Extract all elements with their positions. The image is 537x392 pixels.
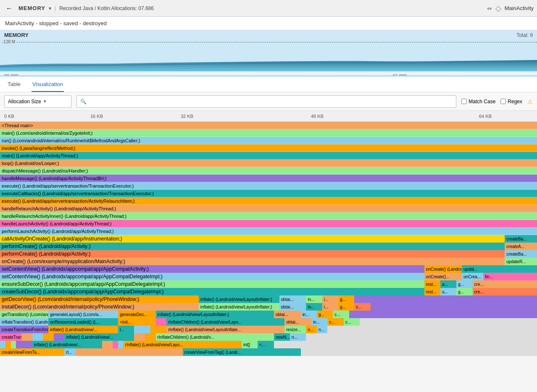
flame-row[interactable]: cre... — [473, 280, 537, 288]
flame-row[interactable] — [134, 326, 150, 333]
allocation-size-dropdown[interactable]: Allocation Size ▼ — [4, 95, 71, 108]
flame-row[interactable]: setContentView() (Landroidx/appcompat/ap… — [0, 265, 424, 273]
flame-row[interactable]: in... — [306, 303, 322, 311]
flame-row[interactable]: getTransition() (Lcom/andr... — [0, 311, 48, 318]
flame-row[interactable]: l... — [118, 326, 134, 333]
regex-checkbox[interactable] — [500, 99, 506, 104]
flame-row[interactable]: g... — [338, 303, 354, 311]
flame-row[interactable] — [354, 295, 537, 303]
flame-row[interactable] — [118, 341, 124, 348]
flame-row[interactable]: handleMessage() (Landroid/app/ActivityTh… — [0, 175, 537, 182]
flame-row[interactable]: inflate() (Landroid/view/LayoutInflater;… — [156, 311, 274, 318]
flame-row[interactable]: in... — [301, 311, 317, 318]
flame-row[interactable]: obtai... — [284, 318, 311, 326]
flame-row[interactable] — [156, 318, 167, 326]
back-button[interactable]: ← — [3, 3, 15, 14]
flame-row[interactable]: generateDec... — [118, 311, 155, 318]
flame-row[interactable]: installDecor() (Lcom/android/internal/po… — [0, 303, 199, 311]
flame-row[interactable]: ensureSubDecor() (Landroidx/appcompat/ap… — [0, 280, 424, 288]
flame-row[interactable]: invoke() (Ljava/lang/reflect/Method;) — [0, 144, 537, 152]
flame-row[interactable]: newN... — [274, 333, 290, 341]
flame-row[interactable]: in... — [311, 318, 327, 326]
pin-icon[interactable]: ◇ — [495, 4, 501, 13]
flame-row[interactable] — [145, 333, 156, 341]
flame-row[interactable]: rest... — [424, 288, 440, 295]
flame-row[interactable]: <... — [258, 341, 274, 348]
match-case-label[interactable]: Match Case — [461, 99, 495, 105]
flame-row[interactable] — [150, 326, 166, 333]
flame-row[interactable]: c... — [354, 303, 370, 311]
flame-row[interactable]: setContentView() (Landroidx/appcompat/ap… — [0, 273, 424, 280]
flame-row[interactable] — [301, 348, 537, 356]
flame-row[interactable]: g... — [456, 280, 472, 288]
flame-row[interactable]: i... — [322, 295, 338, 303]
flame-row[interactable]: rInflate() (Landroid/view/Layo... — [124, 341, 242, 348]
flame-row[interactable]: inflate() (Landroid/view/... — [48, 326, 118, 333]
flame-row[interactable] — [43, 333, 54, 341]
flame-row[interactable]: int[] — [242, 341, 258, 348]
flame-row[interactable]: rest... — [424, 280, 440, 288]
flame-row[interactable]: performCreate() (Landroid/app/Activity;) — [0, 243, 505, 250]
flame-row[interactable]: g... — [338, 295, 354, 303]
flame-row[interactable]: rl... — [64, 348, 75, 356]
flame-row[interactable]: g... — [456, 288, 472, 295]
flame-row[interactable]: run() (Lcom/android/internal/os/RuntimeI… — [0, 137, 537, 144]
flame-row[interactable]: updateR... — [505, 258, 537, 265]
flame-row[interactable]: handleRelaunchActivity() (Landroid/app/A… — [0, 205, 537, 212]
flame-row[interactable]: createViewFromTag() (Landr... — [183, 348, 301, 356]
fit-icon[interactable]: ⇔ — [487, 5, 492, 12]
flame-row[interactable]: in... — [306, 295, 322, 303]
flame-row[interactable]: performLaunchActivity() (Landroid/app/Ac… — [0, 227, 537, 235]
flame-row[interactable]: createViewFromTa... — [0, 348, 64, 356]
flame-row[interactable]: <init... — [118, 318, 155, 326]
flame-row[interactable] — [75, 348, 183, 356]
flame-row[interactable]: handleRelaunchActivityInner() (Landroid/… — [0, 212, 537, 220]
flame-row[interactable]: inflateTransition() (Landroix... — [0, 318, 48, 326]
flame-row[interactable]: c... — [328, 318, 344, 326]
flame-row[interactable]: rInflateChildren() (Landroid/v... — [156, 333, 274, 341]
flame-row[interactable] — [360, 318, 537, 326]
match-case-checkbox[interactable] — [461, 99, 467, 104]
flame-row[interactable] — [5, 341, 11, 348]
flame-row[interactable]: c... — [333, 311, 349, 318]
flame-row[interactable]: executeCallbacks() (Landroid/app/servert… — [0, 190, 537, 197]
flame-row[interactable]: onResourcesLoaded() (L... — [48, 318, 118, 326]
toolbar-dropdown[interactable]: ▾ — [49, 5, 51, 11]
flame-row[interactable]: createA... — [505, 243, 537, 250]
flame-row[interactable]: inflate() (Landroid/view/LayoutInflater;… — [199, 303, 279, 311]
flame-row[interactable] — [16, 341, 32, 348]
flame-row[interactable]: onCreate()... — [424, 273, 462, 280]
flame-row[interactable]: n... — [317, 326, 328, 333]
flame-row[interactable] — [113, 341, 118, 348]
flame-row[interactable] — [327, 326, 537, 333]
tab-visualization[interactable]: Visualization — [32, 77, 64, 92]
flame-row[interactable] — [11, 341, 16, 348]
flame-row[interactable]: n... — [306, 326, 317, 333]
flame-row[interactable]: inflate() (Landroid/view/LayoutInflater;… — [199, 295, 279, 303]
flame-row[interactable] — [134, 333, 145, 341]
flame-row[interactable]: onCreate() (Lcom/example/myapplication/M… — [0, 258, 505, 265]
flame-row[interactable]: resize... — [284, 326, 306, 333]
flame-row[interactable]: n... — [290, 333, 306, 341]
flame-row[interactable]: rInflate() (Landroid/view/LayoutInflate.… — [166, 326, 284, 333]
tab-table[interactable]: Table — [7, 77, 21, 92]
flame-row[interactable]: execute() (Landroid/app/servertransactio… — [0, 182, 537, 190]
flame-row[interactable]: main() (Landroid/app/ActivityThread;) — [0, 152, 537, 159]
flame-row[interactable]: createTransitionF... — [0, 333, 21, 341]
flame-row[interactable] — [349, 311, 537, 318]
flame-row[interactable]: createTransitionFromXml(... — [0, 326, 48, 333]
flame-row[interactable] — [54, 333, 65, 341]
flame-row[interactable]: generateLayout() (Lcom/a... — [48, 311, 118, 318]
flame-row[interactable] — [102, 341, 113, 348]
flame-row[interactable]: obtai... — [279, 295, 306, 303]
flame-row[interactable] — [274, 341, 537, 348]
flame-row[interactable]: rInflateChildren() (Landroid/view/Layo..… — [166, 318, 284, 326]
flame-row[interactable]: u... — [440, 288, 456, 295]
flame-row[interactable]: a... — [440, 280, 456, 288]
flame-row[interactable]: execute() (Landroid/app/servertransactio… — [0, 197, 537, 205]
flame-row[interactable]: g... — [317, 311, 333, 318]
flame-row[interactable] — [21, 333, 32, 341]
flame-row[interactable]: <Thread main> — [0, 122, 537, 129]
flame-row[interactable] — [0, 341, 5, 348]
flame-row[interactable]: inflate() (Landroid/view/... — [32, 341, 102, 348]
